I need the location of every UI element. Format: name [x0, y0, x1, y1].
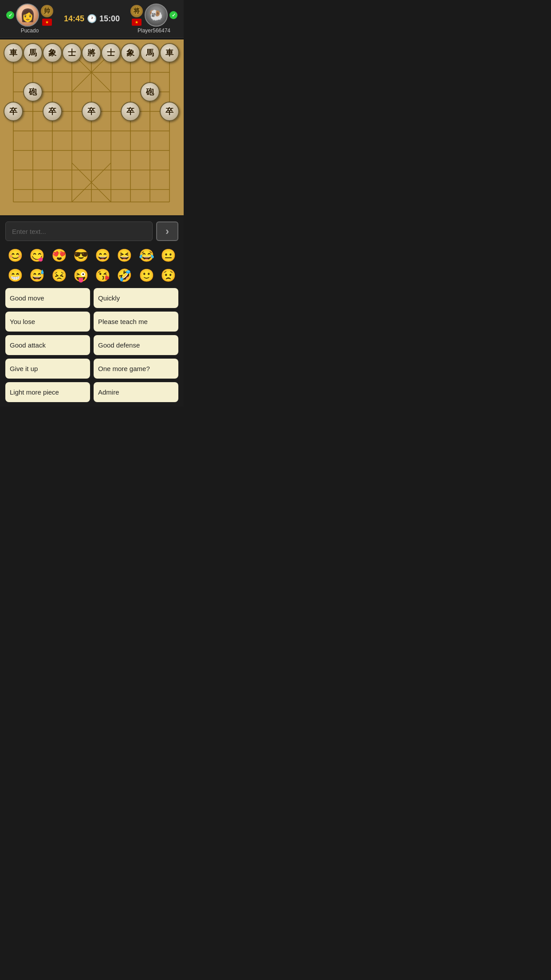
- send-button[interactable]: ›: [156, 221, 178, 241]
- board-container: 車馬象士將士象馬車砲砲卒卒卒卒卒: [0, 38, 184, 217]
- piece-9[interactable]: 砲: [23, 82, 43, 102]
- player2-name: Player566474: [138, 28, 170, 34]
- player2-piece-badge: 将: [130, 5, 143, 17]
- emoji-0-6[interactable]: 😂: [137, 246, 157, 265]
- chess-board[interactable]: 車馬象士將士象馬車砲砲卒卒卒卒卒: [0, 40, 184, 215]
- player2-online-icon: ✓: [169, 11, 177, 19]
- board-grid-lines: [4, 43, 180, 212]
- piece-3[interactable]: 士: [62, 43, 82, 63]
- send-icon: ›: [165, 225, 169, 237]
- emoji-0-5[interactable]: 😆: [114, 246, 134, 265]
- piece-11[interactable]: 卒: [4, 102, 23, 121]
- emoji-0-2[interactable]: 😍: [49, 246, 69, 265]
- emoji-0-0[interactable]: 😊: [5, 246, 25, 265]
- piece-13[interactable]: 卒: [82, 102, 101, 121]
- piece-2[interactable]: 象: [43, 43, 62, 63]
- player2-info: ✓ 🐏 将 Player566474: [130, 4, 178, 34]
- player2-timer: 15:00: [99, 14, 120, 24]
- piece-1[interactable]: 馬: [23, 43, 43, 63]
- phrase-light-more-piece[interactable]: Light more piece: [5, 382, 90, 402]
- bottom-panel: › 😊 😋 😍 😎 😄 😆 😂 😐 😁 😅 😣 😜 😘 🤣 🙂 😟 Good m…: [0, 217, 184, 407]
- phrase-one-more-game[interactable]: One more game?: [94, 359, 178, 379]
- emoji-1-0[interactable]: 😁: [5, 266, 25, 285]
- player1-flag: [42, 19, 52, 26]
- phrase-please-teach-me[interactable]: Please teach me: [94, 312, 178, 332]
- piece-7[interactable]: 馬: [140, 43, 160, 63]
- piece-4[interactable]: 將: [82, 43, 101, 63]
- phrase-you-lose[interactable]: You lose: [5, 312, 90, 332]
- piece-8[interactable]: 車: [160, 43, 179, 63]
- emoji-1-3[interactable]: 😜: [71, 266, 91, 285]
- phrase-admire[interactable]: Admire: [94, 382, 178, 402]
- emoji-0-1[interactable]: 😋: [27, 246, 47, 265]
- game-header: ✓ 👩 帅 Pucado 14:45 🕐 15:00 ✓ 🐏 将: [0, 0, 184, 38]
- emoji-0-7[interactable]: 😐: [158, 246, 178, 265]
- svg-line-20: [72, 163, 111, 202]
- player1-timer: 14:45: [64, 14, 84, 24]
- emoji-1-1[interactable]: 😅: [27, 266, 47, 285]
- phrase-give-it-up[interactable]: Give it up: [5, 359, 90, 379]
- emoji-1-6[interactable]: 🙂: [137, 266, 157, 285]
- emoji-grid: 😊 😋 😍 😎 😄 😆 😂 😐 😁 😅 😣 😜 😘 🤣 🙂 😟: [5, 246, 178, 285]
- player1-piece-badge: 帅: [41, 5, 53, 17]
- svg-line-21: [72, 163, 111, 202]
- phrase-good-move[interactable]: Good move: [5, 288, 90, 308]
- piece-12[interactable]: 卒: [43, 102, 62, 121]
- piece-14[interactable]: 卒: [121, 102, 140, 121]
- emoji-0-4[interactable]: 😄: [93, 246, 113, 265]
- emoji-1-7[interactable]: 😟: [158, 266, 178, 285]
- chat-input[interactable]: [5, 221, 153, 241]
- player2-avatar: 🐏: [145, 4, 168, 27]
- timer-section: 14:45 🕐 15:00: [64, 14, 120, 24]
- piece-5[interactable]: 士: [101, 43, 121, 63]
- piece-10[interactable]: 砲: [140, 82, 160, 102]
- piece-6[interactable]: 象: [121, 43, 140, 63]
- chat-input-row: ›: [5, 221, 178, 241]
- piece-15[interactable]: 卒: [160, 102, 179, 121]
- phrase-good-defense[interactable]: Good defense: [94, 335, 178, 355]
- phrases-grid: Good moveQuicklyYou losePlease teach meG…: [5, 288, 178, 402]
- emoji-0-3[interactable]: 😎: [71, 246, 91, 265]
- emoji-1-5[interactable]: 🤣: [114, 266, 134, 285]
- player1-name: Pucado: [21, 28, 39, 34]
- board-grid[interactable]: 車馬象士將士象馬車砲砲卒卒卒卒卒: [4, 43, 180, 212]
- phrase-good-attack[interactable]: Good attack: [5, 335, 90, 355]
- player2-flag: [132, 19, 142, 26]
- piece-0[interactable]: 車: [4, 43, 23, 63]
- player1-online-icon: ✓: [6, 11, 14, 19]
- player1-avatar: 👩: [16, 4, 39, 27]
- clock-icon: 🕐: [87, 14, 97, 24]
- emoji-1-2[interactable]: 😣: [49, 266, 69, 285]
- player1-info: ✓ 👩 帅 Pucado: [5, 4, 54, 34]
- emoji-1-4[interactable]: 😘: [93, 266, 113, 285]
- phrase-quickly[interactable]: Quickly: [94, 288, 178, 308]
